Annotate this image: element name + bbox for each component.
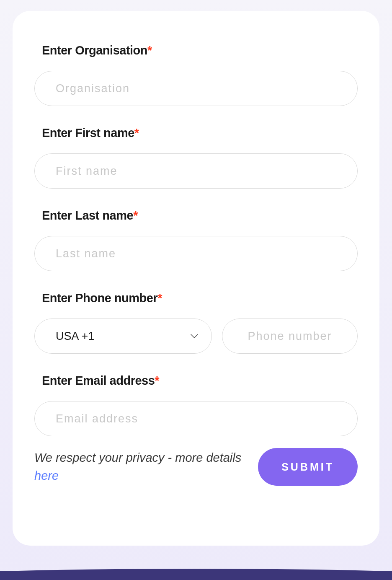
organisation-label: Enter Organisation* (42, 44, 358, 57)
footer-row: We respect your privacy - more details h… (34, 448, 358, 486)
phone-row: USA +1 (34, 318, 358, 354)
phone-field-group: Enter Phone number* USA +1 (34, 291, 358, 354)
organisation-input[interactable] (34, 71, 358, 106)
email-label-text: Enter Email address (42, 374, 155, 387)
phone-label-text: Enter Phone number (42, 291, 157, 305)
privacy-text-content: We respect your privacy - more details (34, 451, 241, 464)
first-name-input[interactable] (34, 153, 358, 189)
required-star-icon: * (155, 374, 159, 387)
email-field-group: Enter Email address* (34, 374, 358, 436)
email-input[interactable] (34, 401, 358, 436)
first-name-label-text: Enter First name (42, 126, 134, 140)
phone-label: Enter Phone number* (42, 291, 358, 305)
organisation-field-group: Enter Organisation* (34, 44, 358, 106)
required-star-icon: * (134, 126, 139, 140)
required-star-icon: * (133, 209, 138, 222)
last-name-input[interactable] (34, 236, 358, 271)
form-card: Enter Organisation* Enter First name* En… (13, 11, 379, 546)
country-code-select[interactable]: USA +1 (34, 318, 212, 354)
phone-number-input[interactable] (222, 318, 358, 354)
last-name-label-text: Enter Last name (42, 209, 133, 222)
first-name-field-group: Enter First name* (34, 126, 358, 189)
last-name-field-group: Enter Last name* (34, 209, 358, 271)
privacy-text: We respect your privacy - more details h… (34, 449, 245, 485)
country-select-wrapper: USA +1 (34, 318, 212, 354)
privacy-link[interactable]: here (34, 469, 59, 482)
required-star-icon: * (157, 291, 162, 305)
submit-button[interactable]: SUBMIT (258, 448, 358, 486)
email-label: Enter Email address* (42, 374, 358, 388)
organisation-label-text: Enter Organisation (42, 44, 147, 57)
required-star-icon: * (147, 44, 152, 57)
last-name-label: Enter Last name* (42, 209, 358, 223)
first-name-label: Enter First name* (42, 126, 358, 140)
phone-input-wrapper (222, 318, 358, 354)
